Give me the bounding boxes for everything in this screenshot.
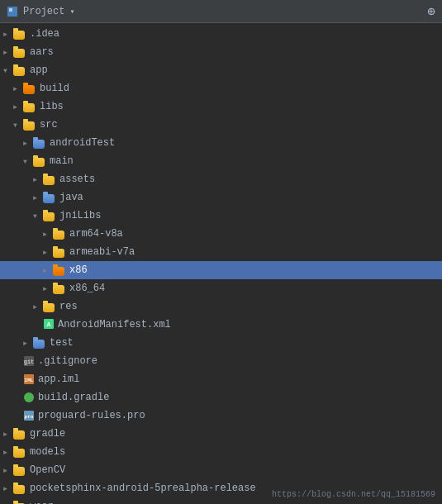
tree-item-x86[interactable]: ►x86 (0, 261, 442, 279)
folder-icon-aars (13, 46, 26, 58)
arrow-OpenCV[interactable]: ► (3, 467, 13, 474)
folder-icon-assets (43, 174, 56, 185)
tree-item-build-gradle[interactable]: build.gradle (0, 388, 442, 407)
arrow-java[interactable]: ► (33, 194, 43, 202)
folder-icon-app (13, 64, 26, 76)
tree-container: ►.idea►aars▼app►build►libs▼src►androidTe… (0, 23, 442, 504)
arrow-test[interactable]: ► (23, 340, 33, 347)
tree-item-jniLibs[interactable]: ▼jniLibs (0, 207, 442, 225)
folder-icon-x86_64 (53, 283, 66, 294)
svg-text:pro: pro (25, 414, 34, 420)
folder-icon-main (33, 155, 46, 167)
svg-rect-1 (9, 8, 12, 12)
iml-icon-app-iml: IML (23, 373, 35, 385)
folder-icon-res (43, 301, 56, 312)
item-label-arm64-v8a: arm64-v8a (69, 228, 123, 240)
tree-item-res[interactable]: ►res (0, 297, 442, 316)
item-label-main: main (50, 155, 74, 167)
arrow-models[interactable]: ► (3, 449, 13, 456)
item-label-idea: .idea (30, 28, 59, 40)
arrow-idea[interactable]: ► (3, 31, 13, 38)
tree-item-libs[interactable]: ►libs (0, 97, 442, 116)
tree-item-assets[interactable]: ►assets (0, 170, 442, 188)
folder-icon-libs (23, 101, 36, 112)
item-label-src: src (40, 119, 58, 131)
folder-icon-OpenCV (13, 464, 26, 476)
arrow-aars[interactable]: ► (3, 49, 13, 56)
svg-text:IML: IML (25, 378, 34, 383)
item-label-java: java (59, 192, 83, 203)
arrow-x86[interactable]: ► (43, 267, 53, 274)
dropdown-icon[interactable]: ▾ (69, 7, 74, 17)
project-icon (7, 6, 18, 17)
arrow-src[interactable]: ▼ (13, 121, 23, 129)
item-label-wear: wear (30, 501, 54, 504)
folder-icon-arm64-v8a (53, 228, 66, 240)
arrow-main[interactable]: ▼ (23, 158, 33, 165)
item-label-assets: assets (59, 174, 95, 185)
folder-icon-build (23, 83, 36, 94)
tree-item-main[interactable]: ▼main (0, 152, 442, 170)
item-label-x86_64: x86_64 (69, 283, 105, 294)
watermark: https://blog.csdn.net/qq_15181569 (272, 490, 435, 499)
item-label-jniLibs: jniLibs (59, 210, 101, 221)
tree-item-models[interactable]: ►models (0, 443, 442, 461)
item-label-libs: libs (40, 101, 64, 112)
svg-point-8 (24, 392, 34, 402)
arrow-arm64-v8a[interactable]: ► (43, 231, 53, 238)
item-label-pocketsphinx: pocketsphinx-android-5prealpha-release (30, 483, 256, 494)
add-button[interactable]: ⊕ (427, 3, 435, 20)
tree-item-app[interactable]: ▼app (0, 61, 442, 79)
folder-icon-idea (13, 28, 26, 40)
item-label-models: models (30, 446, 65, 458)
tree-item-AndroidManifest[interactable]: AAndroidManifest.xml (0, 316, 442, 334)
item-label-test: test (50, 337, 74, 349)
arrow-assets[interactable]: ► (33, 176, 43, 183)
item-label-res: res (59, 301, 78, 312)
item-label-aars: aars (30, 46, 54, 58)
tree-item-java[interactable]: ►java (0, 188, 442, 207)
tree-item-proguard-rules[interactable]: proproguard-rules.pro (0, 407, 442, 425)
item-label-build: build (40, 83, 69, 94)
tree-item-OpenCV[interactable]: ►OpenCV (0, 461, 442, 479)
arrow-armeabi-v7a[interactable]: ► (43, 249, 53, 256)
tree-item-aars[interactable]: ►aars (0, 43, 442, 61)
item-label-AndroidManifest: AndroidManifest.xml (58, 319, 171, 330)
tree-item-gradle[interactable]: ►gradle (0, 425, 442, 443)
arrow-gradle[interactable]: ► (3, 430, 13, 438)
tree-item-armeabi-v7a[interactable]: ►armeabi-v7a (0, 243, 442, 261)
item-label-OpenCV: OpenCV (30, 464, 65, 476)
folder-icon-x86 (53, 264, 66, 276)
arrow-androidTest[interactable]: ► (23, 140, 33, 147)
tree-item-gitignore-app[interactable]: git.gitignore (0, 352, 442, 370)
xml-icon-AndroidManifest: A (43, 318, 55, 332)
item-label-armeabi-v7a: armeabi-v7a (69, 246, 135, 258)
tree-item-src[interactable]: ▼src (0, 116, 442, 134)
gradle-icon-build-gradle (23, 392, 35, 403)
tree-item-app-iml[interactable]: IMLapp.iml (0, 370, 442, 388)
tree-item-idea[interactable]: ►.idea (0, 25, 442, 43)
arrow-build[interactable]: ► (13, 85, 23, 93)
tree-item-build[interactable]: ►build (0, 79, 442, 97)
tree-item-androidTest[interactable]: ►androidTest (0, 134, 442, 152)
item-label-gradle: gradle (30, 428, 65, 440)
tree-item-x86_64[interactable]: ►x86_64 (0, 279, 442, 297)
tree-item-test[interactable]: ►test (0, 334, 442, 352)
arrow-libs[interactable]: ► (13, 103, 23, 111)
folder-icon-wear (13, 501, 26, 504)
arrow-jniLibs[interactable]: ▼ (33, 212, 43, 220)
item-label-app: app (30, 64, 48, 76)
folder-icon-src (23, 119, 36, 131)
arrow-x86_64[interactable]: ► (43, 285, 53, 292)
arrow-pocketsphinx[interactable]: ► (3, 485, 13, 492)
arrow-res[interactable]: ► (33, 303, 43, 311)
tree-item-arm64-v8a[interactable]: ►arm64-v8a (0, 225, 442, 243)
folder-icon-java (43, 192, 56, 203)
folder-icon-pocketsphinx (13, 483, 26, 494)
arrow-app[interactable]: ▼ (3, 67, 13, 74)
folder-icon-test (33, 337, 46, 349)
svg-text:git: git (24, 359, 35, 365)
folder-icon-models (13, 446, 26, 458)
svg-text:A: A (47, 321, 51, 328)
item-label-gitignore-app: .gitignore (38, 355, 97, 367)
